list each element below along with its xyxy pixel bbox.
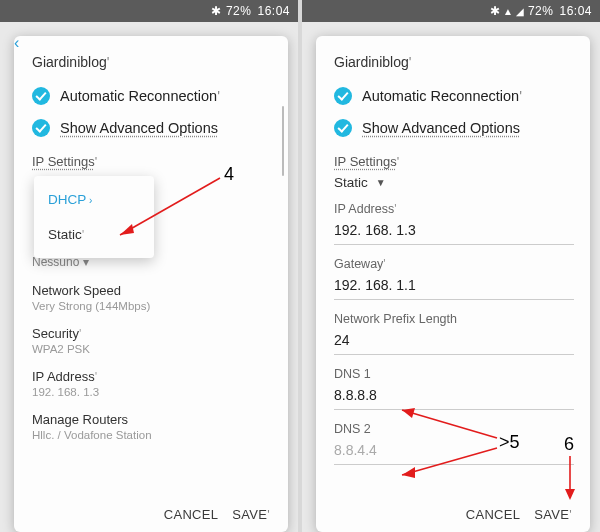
dialog-actions: CANCEL SAVE bbox=[162, 501, 272, 528]
wifi-network-name: Giardiniblog' bbox=[334, 54, 574, 70]
wifi-network-name: Giardiniblog' bbox=[32, 54, 272, 70]
info-security: Security' WPA2 PSK bbox=[32, 326, 272, 355]
clock: 16:04 bbox=[559, 4, 592, 18]
scrollbar[interactable] bbox=[282, 106, 284, 176]
info-ip-address: IP Address' 192. 168. 1.3 bbox=[32, 369, 272, 398]
row-auto-reconnect[interactable]: Automatic Reconnection' bbox=[334, 80, 574, 112]
dropdown-item-dhcp[interactable]: DHCP bbox=[34, 182, 154, 217]
save-button[interactable]: SAVE bbox=[532, 501, 574, 528]
row-auto-reconnect[interactable]: Automatic Reconnection' bbox=[32, 80, 272, 112]
check-icon bbox=[334, 87, 352, 105]
ip-settings-label: IP Settings bbox=[334, 154, 574, 169]
back-icon[interactable]: ‹ bbox=[14, 34, 19, 52]
ip-settings-value[interactable]: Static▼ bbox=[334, 175, 574, 190]
info-manage-routers[interactable]: Manage Routers Hllc. / Vodafone Station bbox=[32, 412, 272, 441]
info-network-speed: Network Speed Very Strong (144Mbps) bbox=[32, 283, 272, 312]
label-show-advanced: Show Advanced Options bbox=[362, 120, 520, 136]
settings-card: Giardiniblog' Automatic Reconnection' Sh… bbox=[316, 36, 590, 532]
phone-left: ✱ 72% 16:04 ‹ Giardiniblog' Automatic Re… bbox=[0, 0, 298, 532]
battery-percent: 72% bbox=[528, 4, 554, 18]
signal-icon: ◢ bbox=[516, 6, 525, 17]
settings-card: Giardiniblog' Automatic Reconnection' Sh… bbox=[14, 36, 288, 532]
phone-right: ✱ ▲ ◢ 72% 16:04 Giardiniblog' Automatic … bbox=[302, 0, 600, 532]
clock: 16:04 bbox=[257, 4, 290, 18]
field-ip-address[interactable]: IP Address 192. 168. 1.3 bbox=[334, 202, 574, 245]
status-bar: ✱ 72% 16:04 bbox=[0, 0, 298, 22]
label-auto-reconnect: Automatic Reconnection bbox=[60, 88, 217, 104]
bluetooth-icon: ✱ bbox=[211, 4, 222, 18]
ip-settings-label: IP Settings bbox=[32, 154, 272, 169]
bluetooth-icon: ✱ bbox=[490, 4, 501, 18]
field-dns1[interactable]: DNS 1 8.8.8.8 bbox=[334, 367, 574, 410]
label-auto-reconnect: Automatic Reconnection bbox=[362, 88, 519, 104]
cancel-button[interactable]: CANCEL bbox=[162, 501, 221, 528]
label-show-advanced: Show Advanced Options bbox=[60, 120, 218, 136]
dialog-actions: CANCEL SAVE bbox=[464, 501, 574, 528]
field-gateway[interactable]: Gateway 192. 168. 1.1 bbox=[334, 257, 574, 300]
field-dns2[interactable]: DNS 2 8.8.4.4 bbox=[334, 422, 574, 465]
dropdown-item-static[interactable]: Static' bbox=[34, 217, 154, 252]
status-bar: ✱ ▲ ◢ 72% 16:04 bbox=[302, 0, 600, 22]
check-icon bbox=[32, 87, 50, 105]
field-prefix-length[interactable]: Network Prefix Length 24 bbox=[334, 312, 574, 355]
check-icon bbox=[334, 119, 352, 137]
chevron-down-icon: ▼ bbox=[376, 177, 386, 188]
ip-settings-dropdown: DHCP Static' bbox=[34, 176, 154, 258]
wifi-icon: ▲ bbox=[503, 6, 513, 17]
cancel-button[interactable]: CANCEL bbox=[464, 501, 523, 528]
save-button[interactable]: SAVE bbox=[230, 501, 272, 528]
check-icon bbox=[32, 119, 50, 137]
row-show-advanced[interactable]: Show Advanced Options bbox=[32, 112, 272, 144]
battery-percent: 72% bbox=[226, 4, 252, 18]
row-show-advanced[interactable]: Show Advanced Options bbox=[334, 112, 574, 144]
